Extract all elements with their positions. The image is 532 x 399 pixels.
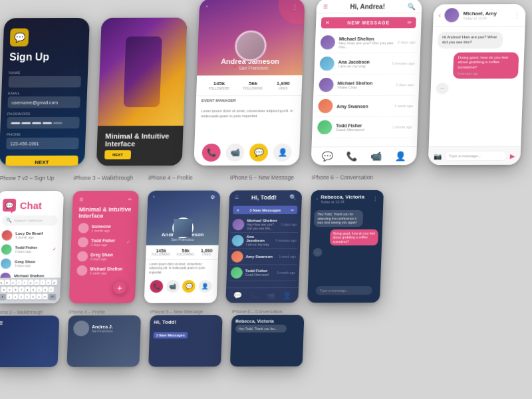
newmsg-chat-item[interactable]: Ana Jacobson I am on my way 5 minutes ag… (230, 233, 298, 249)
chat-avatar-michael2 (319, 78, 334, 92)
newmsg-chat-item[interactable]: Amy Swanson 1 week ago (229, 249, 297, 265)
conv-input-large: 📷 Type a message... ▶ (428, 146, 521, 165)
partial-avatar (73, 321, 90, 336)
msg-received-2: ... (436, 83, 448, 94)
call-btn-sm[interactable]: 📞 (150, 280, 163, 293)
message-input[interactable]: Type a message... (444, 151, 508, 162)
label-signup-sm: iPhone 7 v2 – Sign Up (0, 175, 65, 182)
conv-more-icon[interactable]: ⋮ (513, 11, 520, 19)
send-btn[interactable]: ▶ (510, 152, 515, 160)
phone-newmsg-sm: ☰ Hi, Todd! 🔍 ✕ 3 New Messages ✏ Mic (225, 190, 302, 303)
chat-list-large: Michael Shelton Hey How are you? Did you… (312, 32, 421, 138)
wt-sm-title: Minimal & Intuitive Interface (78, 206, 132, 219)
newmsg-title-large: Hi, Andrea! (350, 3, 385, 11)
keyboard: q w e r t y u i o p (0, 278, 61, 304)
conv-sm-input-field[interactable]: Type a message... (315, 286, 372, 295)
user-avatar (1, 244, 12, 255)
video-btn-sm[interactable]: 📹 (166, 280, 180, 293)
profile-icon-sm-bottom[interactable]: 👤 (282, 291, 291, 300)
more-btn[interactable]: 👤 (273, 144, 292, 162)
nm-avatar (232, 219, 244, 230)
video-icon-bottom[interactable]: 📹 (370, 151, 382, 162)
user-list-sm: Lucy De Brazil 1 month ago Todd Fisher 2… (0, 225, 63, 278)
conv-name-large: Michael, Amy (464, 10, 497, 16)
phone-newmsg-large: ☰ Hi, Andrea! 🔍 ✕ NEW MESSAGE ✏ Mich (311, 0, 422, 165)
profile-sm-avatar (172, 217, 194, 238)
phone-signup-sm: 💬 Chat 🔍 Search Johnson Lucy De Brazil (0, 191, 64, 303)
hamburger-sm[interactable]: ☰ (235, 195, 239, 200)
accent-circle (278, 0, 305, 24)
conv-sm-back-btn[interactable]: ‹ (316, 196, 318, 202)
conv-sm-messages: Hey Todd, Thank you for attending the co… (309, 207, 383, 259)
wt-compose[interactable]: ✏ (128, 197, 132, 202)
phone-conv-sm: ‹ Rebecca, Victoria Today at 12:34 ⋮ Hey… (307, 190, 384, 303)
psm-likes: 1,690 Likes (201, 248, 213, 256)
msg-btn-sm[interactable]: 💬 (182, 280, 196, 293)
profile-sm-bio: Lorem ipsum dolor sit amet, consectetur … (145, 260, 218, 277)
phone-icon-sm-bottom[interactable]: 📞 (249, 291, 259, 300)
conv-sm-header: ‹ Rebecca, Victoria Today at 12:34 ⋮ (311, 190, 384, 207)
psm-followers: 145k Followers (152, 249, 170, 257)
newmsg-chat-item[interactable]: Michael Shelton Hey How are you? Did you… (231, 217, 299, 233)
close-sm[interactable]: ✕ (236, 208, 239, 213)
wt-avatar (78, 223, 88, 233)
pw-dot (11, 122, 20, 124)
msg-btn[interactable]: 💬 (249, 144, 269, 162)
newmsg-sm-list: Michael Shelton Hey How are you? Did you… (227, 217, 301, 281)
conv-sm-sent-msg: Doing good, how do you feel about grabbi… (329, 229, 378, 245)
walkthrough-inner-phone (123, 37, 162, 107)
key-shift[interactable]: ⬆ (0, 294, 6, 300)
label-newmsg-sm: iPhone 5 – New Message (230, 174, 303, 181)
action-bar-bottom: 💬 📞 📹 👤 (311, 146, 416, 165)
newmsg-chat-item[interactable]: Todd Fisher Good Afternoon! 1 month ago (229, 265, 297, 281)
menu-icon[interactable]: ⋮ (291, 3, 298, 11)
partial-conv-name: Rebecca, Victoria (235, 319, 300, 324)
search-icon-large[interactable]: 🔍 (407, 3, 415, 11)
conv-sm-name: Rebecca, Victoria (321, 194, 364, 200)
wt-avatar (76, 265, 87, 276)
phone-partial-newmsg: Hi, Todd! 3 New Messages (148, 315, 223, 367)
video-btn[interactable]: 📹 (225, 144, 245, 162)
settings-icon-sm[interactable]: ⚙ (210, 194, 215, 200)
more-btn-sm[interactable]: 👤 (198, 280, 211, 293)
profile-icon-bottom[interactable]: 👤 (394, 151, 406, 162)
wt-user-item[interactable]: Someone 1 month ago (78, 221, 131, 235)
call-btn[interactable]: 📞 (201, 144, 221, 162)
wt-user-item[interactable]: Michael Shelton 1 week ago (76, 263, 130, 277)
conv-sm-more[interactable]: ⋮ (372, 196, 378, 202)
search-placeholder: Search Johnson (14, 219, 43, 223)
conv-header-large: ‹ Michael, Amy Today at 12:34 ⋮ (433, 4, 526, 27)
phone-icon-bottom[interactable]: 📞 (346, 151, 357, 162)
chat-icon-sm-bottom[interactable]: 💬 (233, 291, 242, 300)
chat-icon-bottom[interactable]: 💬 (322, 151, 333, 162)
phone-conv-large: ‹ Michael, Amy Today at 12:34 ⋮ Hi Andre… (428, 4, 526, 165)
phone-walkthrough-sm: ☰ ✏ Minimal & Intuitive Interface Someon… (69, 191, 139, 303)
hamburger-icon[interactable]: ☰ (323, 4, 328, 10)
back-icon-sm[interactable]: ‹ (153, 195, 155, 200)
newmsg-sm-header: ☰ Hi, Todd! 🔍 (229, 190, 303, 203)
action-bar-sm-bottom: 💬 📞 📹 👤 (225, 287, 299, 303)
search-icon-sm: 🔍 (6, 218, 12, 223)
nm-avatar (231, 235, 243, 246)
signup-next-btn[interactable]: NEXT (5, 156, 78, 166)
video-icon-sm-bottom[interactable]: 📹 (265, 291, 275, 300)
phone-walkthrough-large: Minimal & Intuitive Interface NEXT (96, 18, 188, 166)
chat-item[interactable]: Todd Fisher Good Afternoon! 1 month ago (316, 117, 414, 138)
partial-label: ☰ (0, 321, 54, 326)
chat-logo-container: 💬 (3, 199, 16, 211)
wt-hamburger[interactable]: ☰ (79, 198, 83, 203)
search-icon-sm2[interactable]: 🔍 (289, 194, 297, 201)
key-q[interactable]: q (0, 280, 4, 286)
newmsg-sm-title: Hi, Todd! (251, 194, 277, 201)
phone-profile-large: ‹ ⋮ Andrea Jameson 📍San Francisco (194, 0, 305, 166)
user-avatar (1, 230, 12, 241)
profile-sm-actions: 📞 📹 💬 👤 (144, 277, 217, 295)
conv-messages: Hi Andrea! How are you? What did you see… (429, 27, 525, 146)
compose-sm[interactable]: ✏ (291, 207, 294, 212)
newmsg-sm-bar: ✕ 3 New Messages ✏ (233, 205, 297, 214)
check-wt: ✓ (126, 239, 130, 245)
walkthrough-next-btn[interactable]: NEXT (104, 150, 131, 160)
phone-profile-sm: ‹ ⚙ Andrea Jameson San Francisco 145k Fo… (144, 190, 221, 303)
chat-avatar-todd (317, 120, 332, 134)
camera-icon-conv[interactable]: 📷 (434, 152, 442, 160)
